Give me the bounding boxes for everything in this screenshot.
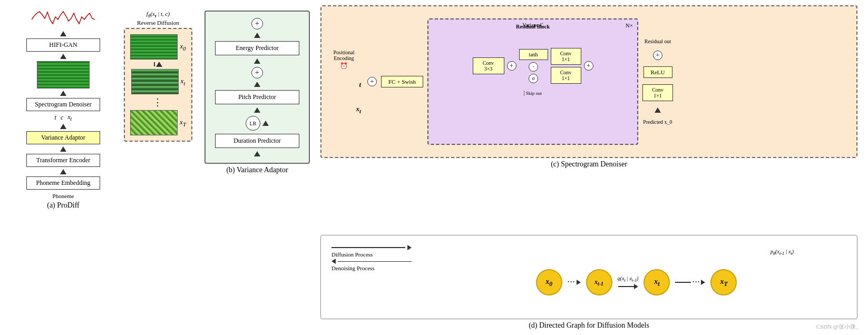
arrow-up-row — [154, 62, 162, 67]
hifi-gan-box: HIFI-GAN — [26, 38, 100, 52]
dots-mid: ⋮ — [153, 96, 163, 108]
lr-circle: LR — [246, 116, 260, 131]
middle-sections: fθ(xt | t, c) Reverse Diffusion x0 xt — [121, 8, 315, 330]
arrow-up-icon — [60, 146, 66, 152]
plus-circle-mid: + — [251, 67, 263, 78]
xT-row: xT — [130, 110, 186, 135]
section-reverse-diffusion: fθ(xt | t, c) Reverse Diffusion x0 xt — [121, 11, 195, 142]
skip-out-label: Skip out — [524, 91, 542, 96]
diffusion-label: Diffusion Process — [331, 251, 412, 258]
arrow-b-2 — [254, 58, 260, 64]
arrow-b-1 — [254, 33, 260, 38]
diffusion-arrow — [331, 245, 412, 250]
spec-xt — [131, 69, 179, 94]
add-circle-out: + — [584, 61, 593, 71]
spectrogram-image-1 — [37, 61, 90, 88]
section-b: + Energy Predictor + — [199, 11, 315, 174]
clock-icon: ⏰ — [340, 62, 348, 70]
variance-adaptor-outer: + Energy Predictor + — [204, 11, 310, 164]
conv1x1-skip: Conv1×1 — [551, 48, 581, 65]
conv3x3-box: Conv3×3 — [473, 57, 504, 74]
diffusion-labels: Diffusion Process Denoising Process — [331, 245, 412, 271]
xt-label: xt — [356, 105, 361, 114]
p-formula-label: pθ(xt-1 | xt) — [771, 249, 794, 256]
section-c: Positional Encoding ⏰ t xt + — [320, 5, 857, 231]
arrow-up-icon — [60, 31, 66, 36]
section-b-caption: (b) Variance Adaptor — [226, 166, 288, 174]
prodiff-stack: HIFI-GAN Spectrogram Denoiser t c xt — [26, 11, 100, 199]
watermark: CSDN @张小珠。 — [816, 323, 862, 331]
add-circle-t: + — [367, 77, 377, 86]
arrow-up-out — [655, 107, 661, 113]
node-xT: xT — [710, 269, 737, 295]
n-times-label: N× — [626, 22, 633, 28]
variance-c-label: Varianc C — [522, 22, 543, 28]
residual-out-label: Residual out — [645, 38, 671, 44]
x0-row: x0 — [130, 34, 186, 60]
t-label: t — [359, 81, 361, 89]
section-d-caption: (d) Directed Graph for Diffusion Models — [320, 321, 857, 330]
transformer-encoder-box: Transformer Encoder — [26, 154, 100, 167]
section-d: Diffusion Process Denoising Process — [320, 235, 857, 319]
add-circle-residual-out: + — [653, 51, 662, 60]
c-left-inputs: Positional Encoding ⏰ t xt — [327, 50, 361, 114]
spec-xT — [130, 110, 178, 135]
section-d-wrapper: Diffusion Process Denoising Process — [320, 235, 857, 330]
reverse-diffusion-label: Reverse Diffusion — [137, 19, 179, 26]
node-x0: x0 — [536, 269, 562, 295]
arrow-b-3 — [254, 82, 260, 87]
add-circle-main: + — [507, 61, 516, 71]
dot-multiply: · — [529, 62, 538, 72]
arrow-up-icon — [60, 91, 66, 96]
pos-enc-label: Positional Encoding — [327, 50, 361, 61]
arrow-up-icon — [60, 169, 66, 174]
duration-predictor-box: Duration Predictor — [215, 134, 299, 148]
node-xt: xt — [643, 269, 670, 295]
lr-duration-row: LR — [246, 116, 269, 131]
fc-swish-box: FC + Swish — [381, 76, 423, 87]
main-container: HIFI-GAN Spectrogram Denoiser t c xt — [0, 0, 868, 335]
conv1x1-out: Conv1×1 — [642, 84, 673, 101]
section-c-d: Positional Encoding ⏰ t xt + — [320, 5, 857, 330]
variance-adaptor-box: Variance Adaptor — [26, 131, 100, 144]
arrow-b-4 — [254, 107, 260, 113]
arrow-up-icon — [60, 124, 66, 129]
nodes-row: x0 ··· xt-1 q(xt | xt-1) — [536, 269, 737, 295]
q-formula-label: q(xt | xt-1) — [618, 275, 639, 283]
predicted-x0-label: Predicted x_0 — [643, 119, 672, 125]
phoneme-label: Phoneme — [53, 193, 74, 199]
denoiser-outer: Positional Encoding ⏰ t xt + — [320, 5, 857, 158]
residual-block: Residual Block N× Varianc C Conv3×3 — [427, 18, 638, 145]
formula-label: fθ(xt | t, c) — [147, 11, 170, 18]
section-a: HIFI-GAN Spectrogram Denoiser t c xt — [11, 5, 116, 330]
node-xt-1: xt-1 — [586, 269, 612, 295]
audio-waveform-icon — [32, 11, 95, 29]
energy-predictor-box: Energy Predictor — [215, 41, 299, 55]
tanh-box: tanh — [519, 49, 548, 60]
sigma-circle: σ — [529, 74, 538, 83]
relu-out-box: ReLU — [643, 66, 672, 78]
diffusion-arrow-head — [407, 245, 412, 250]
denoising-arrow — [331, 259, 412, 264]
conv1x1-res: Conv1×1 — [551, 67, 581, 84]
spec-x0 — [130, 34, 178, 60]
xt-row: xt — [131, 69, 186, 94]
section-c-caption: (c) Spectrogram Denoiser — [320, 160, 857, 169]
arrow-b-5 — [254, 151, 260, 156]
spectrogram-denoiser-box: Spectrogram Denoiser — [26, 98, 100, 111]
plus-circle-top: + — [251, 18, 263, 29]
reverse-diffusion-outer: x0 xt ⋮ xT — [124, 28, 192, 142]
inputs-row: t c xt — [55, 113, 72, 122]
section-a-caption: (a) ProDiff — [47, 201, 80, 210]
c-right-outputs: Residual out + ReLU Conv1×1 Predicted x_… — [642, 38, 673, 125]
pitch-predictor-box: Pitch Predictor — [215, 90, 299, 104]
phoneme-embedding-box: Phoneme Embedding — [26, 176, 100, 190]
arrow-up-icon — [60, 54, 66, 59]
denoising-label: Denoising Process — [331, 265, 412, 271]
